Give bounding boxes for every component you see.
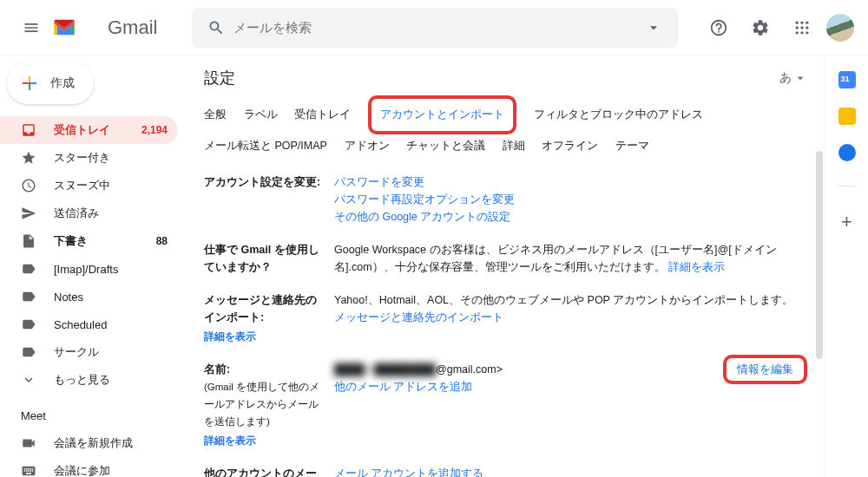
chevron-down-icon [21, 372, 36, 388]
email-suffix: @gmail.com> [436, 363, 503, 376]
meet-new[interactable]: 会議を新規作成 [0, 429, 178, 457]
search-bar[interactable] [192, 8, 678, 48]
sidebar-item-sent[interactable]: 送信済み [0, 199, 178, 227]
import-learn-more[interactable]: 詳細を表示 [204, 329, 326, 345]
video-icon [21, 435, 36, 451]
sidebar-item-inbox[interactable]: 受信トレイ 2,194 [0, 116, 178, 144]
help-icon [709, 18, 728, 37]
gmail-m-icon [76, 17, 102, 38]
compose-label: 作成 [50, 75, 75, 91]
tab-inbox[interactable]: 受信トレイ [294, 104, 351, 126]
nav-list: 受信トレイ 2,194 スター付き スヌーズ中 送信済み 下書き 88 [0, 116, 187, 394]
import-text: Yahoo!、Hotmail、AOL、その他のウェブメールや POP アカウント… [334, 291, 807, 309]
tab-general[interactable]: 全般 [204, 104, 227, 126]
tab-forwarding[interactable]: メール転送と POP/IMAP [204, 135, 327, 157]
star-icon [21, 150, 36, 166]
tasks-addon[interactable] [838, 144, 856, 161]
gmail-icon [52, 18, 76, 37]
sidebar-item-starred[interactable]: スター付き [0, 144, 178, 172]
drafts-count: 88 [156, 235, 168, 247]
calendar-addon[interactable] [838, 71, 856, 88]
send-icon [21, 206, 36, 221]
add-email-link[interactable]: 他のメール アドレスを追加 [334, 381, 472, 393]
meet-section: Meet 会議を新規作成 会議に参加 [0, 402, 187, 477]
row-title: 仕事で Gmail を使用していますか？ [204, 241, 334, 276]
inbox-icon [21, 122, 36, 138]
gmail-logo[interactable]: Gmail [52, 16, 157, 39]
edit-info-link[interactable]: 情報を編集 [737, 363, 793, 376]
scrollbar[interactable] [816, 151, 823, 359]
tab-advanced[interactable]: 詳細 [503, 135, 525, 157]
sidebar-item-label: 送信済み [54, 206, 168, 221]
import-link[interactable]: メッセージと連絡先のインポート [334, 311, 503, 323]
change-password-link[interactable]: パスワードを変更 [334, 176, 424, 188]
sidebar-item-scheduled[interactable]: Scheduled [0, 310, 178, 338]
sidebar-item-more[interactable]: もっと見る [0, 366, 178, 394]
row-workspace: 仕事で Gmail を使用していますか？ Google Workspace のお… [204, 233, 807, 284]
compose-button[interactable]: 作成 [7, 62, 94, 104]
menu-icon [23, 19, 40, 36]
keep-addon[interactable] [838, 108, 856, 125]
arrow-drop-down-icon [645, 19, 662, 36]
search-options-button[interactable] [636, 19, 671, 36]
get-addons-button[interactable]: + [841, 211, 852, 233]
svg-point-1 [800, 21, 803, 23]
tab-addons[interactable]: アドオン [345, 135, 390, 157]
svg-point-4 [800, 26, 803, 29]
inbox-count: 2,194 [141, 124, 168, 136]
svg-point-2 [806, 21, 808, 23]
side-panel: + [825, 56, 868, 477]
header-actions [701, 10, 854, 45]
tab-chat[interactable]: チャットと会議 [406, 135, 485, 157]
tab-labels[interactable]: ラベル [244, 104, 278, 126]
header: Gmail [0, 0, 868, 56]
input-method-toggle[interactable]: あ [779, 70, 807, 86]
row-other-accounts: 他のアカウントのメールを確認: 詳細を表示 メール アカウントを追加する [204, 457, 807, 477]
meet-join[interactable]: 会議に参加 [0, 457, 178, 477]
sidebar-item-label: 受信トレイ [54, 122, 141, 138]
main-menu-button[interactable] [14, 10, 49, 45]
settings-button[interactable] [743, 10, 778, 45]
label-icon [21, 261, 36, 277]
other-account-settings-link[interactable]: その他の Google アカウントの設定 [334, 211, 510, 223]
sidebar-item-label: Notes [54, 291, 168, 304]
change-recovery-link[interactable]: パスワード再設定オプションを変更 [334, 193, 515, 206]
keyboard-icon [21, 463, 36, 477]
settings-tabs: 全般 ラベル 受信トレイ アカウントとインポート フィルタとブロック中のアドレス… [204, 95, 807, 157]
name-learn-more[interactable]: 詳細を表示 [204, 433, 326, 449]
sidebar-item-notes[interactable]: Notes [0, 283, 178, 310]
settings-content: 設定 あ 全般 ラベル 受信トレイ アカウントとインポート フィルタとブロック中… [187, 56, 825, 477]
account-avatar[interactable] [826, 14, 854, 42]
meet-item-label: 会議に参加 [54, 463, 168, 477]
row-account-settings: アカウント設定を変更: パスワードを変更 パスワード再設定オプションを変更 その… [204, 166, 807, 233]
tab-filters[interactable]: フィルタとブロック中のアドレス [534, 104, 703, 126]
sidebar-item-imap-drafts[interactable]: [Imap]/Drafts [0, 255, 178, 283]
row-import: メッセージと連絡先のインポート: 詳細を表示 Yahoo!、Hotmail、AO… [204, 284, 807, 353]
sidebar-item-label: [Imap]/Drafts [54, 263, 168, 276]
search-button[interactable] [199, 19, 233, 36]
add-mail-account-link[interactable]: メール アカウントを追加する [334, 467, 483, 477]
svg-point-3 [796, 26, 799, 29]
label-icon [21, 317, 36, 332]
sidebar-item-label: サークル [54, 344, 168, 360]
workspace-learn-more[interactable]: 詳細を表示 [668, 261, 725, 273]
svg-point-0 [796, 21, 799, 23]
sidebar-item-circle[interactable]: サークル [0, 338, 178, 366]
tab-accounts-import[interactable]: アカウントとインポート [368, 95, 516, 134]
search-icon [207, 19, 225, 36]
search-input[interactable] [233, 20, 636, 35]
row-name: 名前: (Gmail を使用して他のメールアドレスからメールを送信します) 詳細… [204, 353, 807, 457]
sidebar-item-label: 下書き [54, 233, 156, 249]
tab-offline[interactable]: オフライン [542, 135, 598, 157]
apps-button[interactable] [785, 10, 819, 45]
settings-title: 設定 [204, 68, 235, 88]
row-title: 名前: [204, 363, 230, 376]
sidebar-item-snoozed[interactable]: スヌーズ中 [0, 172, 178, 199]
help-button[interactable] [701, 10, 736, 45]
sidebar-item-label: スター付き [54, 150, 168, 166]
label-icon [21, 289, 36, 304]
sidebar-item-drafts[interactable]: 下書き 88 [0, 227, 178, 255]
svg-point-8 [806, 31, 808, 34]
tab-themes[interactable]: テーマ [615, 135, 649, 157]
clock-icon [21, 178, 36, 193]
